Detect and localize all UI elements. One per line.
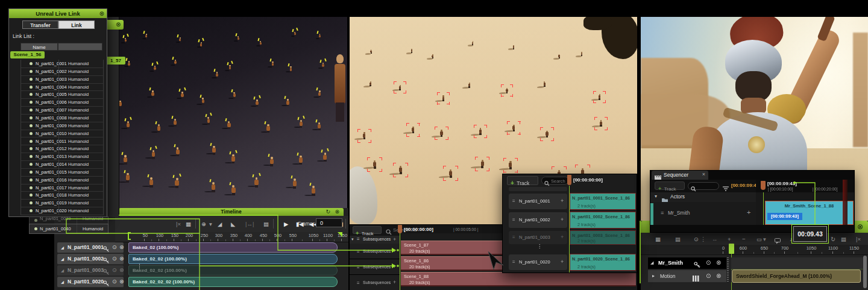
soldier-figure[interactable] [270,157,274,166]
link-list-row[interactable]: N_part01_0017Humanoid [21,184,103,192]
tab-sequencer[interactable]: Sequencer × [652,171,708,180]
link-list-row[interactable]: N_part01_0005Humanoid [21,90,103,99]
soldier-figure[interactable] [233,92,236,99]
caret-down-icon[interactable]: ▾ [351,237,354,242]
expand-icon[interactable]: ◢ [650,260,653,265]
soldier-figure[interactable] [558,54,560,58]
link-list-row[interactable]: N_part01_0016Humanoid [21,176,103,184]
link-key-icon[interactable] [103,244,110,251]
expand-icon[interactable]: ◢ [61,280,64,285]
circle-chevron-icon[interactable]: ⊙ [112,255,117,262]
link-list-row[interactable]: N_part01_0011Humanoid [21,137,103,146]
soldier-figure[interactable] [175,178,178,188]
crowd-track-row[interactable]: ≡N_part01_0020+ [509,254,567,270]
range-end-flag[interactable] [338,232,342,237]
subsequence-row[interactable]: ≡Subsequences+ [350,259,400,275]
mrsmith-lane[interactable] [731,257,864,270]
caret-down-icon[interactable]: ▾ [655,194,657,199]
expand-icon[interactable]: ◢ [61,245,64,250]
circle-close-icon[interactable]: ⊗ [857,222,863,231]
soldier-figure[interactable] [399,166,402,174]
search-box[interactable] [688,182,719,190]
subsequences-root-row[interactable]: ▾≡Subsequences+ [350,236,400,244]
soldier-figure[interactable] [442,95,445,101]
timeline-titlebar[interactable]: Timeline ↻ ⊗ [119,208,344,216]
link-key-icon[interactable] [103,256,110,262]
link-list-row[interactable]: N_part01_0013Humanoid [21,153,103,161]
circle-close-icon[interactable]: ⊗ [119,255,124,262]
expand-icon[interactable]: ▸ [652,273,655,279]
link-list-row[interactable]: N_part01_0007Humanoid [21,106,103,115]
soldier-figure[interactable] [266,124,269,132]
align-left-icon[interactable]: ◢ [218,221,222,227]
viewport-3d-left[interactable] [119,17,347,208]
play-button[interactable]: ▶ [284,221,288,227]
soldier-figure[interactable] [512,125,515,132]
track-row-motion[interactable]: ▸ Motion ⊙ ⊗ [648,270,726,282]
refresh-icon[interactable]: ↻ [326,209,330,215]
soldier-figure-close[interactable] [333,54,347,122]
soldier-figure[interactable] [318,122,321,130]
crowd-clip[interactable]: N_part01_0020_Scene_1_862 track(s) [570,254,636,271]
plus-icon[interactable]: + [393,263,396,270]
align-right-icon[interactable]: ◣ [231,221,235,227]
tracklist-icon[interactable]: ▤ [675,236,681,242]
add-track-button[interactable]: + Track [655,181,685,190]
crowd-track-row[interactable]: ≡N_part01_0002+ [509,212,567,228]
soldier-figure[interactable] [149,177,153,188]
layout-icon[interactable]: ▦ [655,236,661,242]
soldier-figure[interactable] [216,72,218,78]
link-list-row[interactable]: N_part01_0002Humanoid [21,68,103,76]
soldier-figure[interactable] [411,49,413,53]
collapsed-rows-ellipsis[interactable]: ⋮ [137,264,139,275]
clip-lane[interactable]: Mr_Smith_Scene_1_88 [00:00:09:43] [756,192,855,225]
soldier-figure[interactable] [322,63,324,68]
collapsed-rows-ellipsis[interactable]: ⋮ [537,245,539,254]
plus-icon[interactable]: + [561,216,564,222]
soldier-figure[interactable] [154,66,156,72]
link-list-row[interactable]: N_part01_0010Humanoid [21,130,103,138]
zoom-out-icon[interactable]: − [742,236,746,242]
frame-input[interactable] [316,218,342,227]
soldier-figure[interactable] [479,128,482,135]
actor-row[interactable]: ≡ Mr_Smith + [650,202,756,225]
fit-range-icon[interactable]: |↔| [245,221,254,227]
soldier-figure[interactable] [231,185,236,195]
clip-timecode-badge[interactable]: [00:00:09:43] [767,213,802,220]
link-list-row[interactable]: N_part01_0015Humanoid [21,168,103,177]
plus-icon[interactable]: + [393,236,396,242]
tab-transfer[interactable]: Transfer [22,20,58,29]
more-icon[interactable]: ⋮ [700,236,706,242]
subsequence-clip[interactable]: Scene_1_8820 track(s) [401,272,636,286]
link-list-row[interactable]: N_part01_0006Humanoid [21,98,103,107]
circle-close-icon[interactable]: ⊗ [99,10,104,17]
layout-icon[interactable]: ▦ [186,221,191,227]
timeline-clip[interactable]: Baked_02_02 (100.00%) [128,254,338,264]
soldier-figure[interactable] [176,147,180,156]
link-list-row[interactable]: N_part01_0004Humanoid [21,83,103,92]
soldier-figure[interactable] [174,119,177,127]
soldier-figure[interactable] [599,94,601,100]
soldier-figure[interactable] [440,130,442,137]
playhead-block[interactable] [729,244,734,254]
soldier-figure[interactable] [509,161,512,169]
range-start-bracket[interactable] [128,232,131,240]
circle-close-icon[interactable]: ⊗ [119,266,124,273]
zoom-caret-icon[interactable]: ▾ [209,221,212,227]
soldier-figure[interactable] [370,49,372,54]
timeline-clip[interactable]: Baked_02 (100.00%) [128,242,338,253]
visibility-icon[interactable]: ⊙ [694,236,699,242]
soldier-figure[interactable] [174,60,177,65]
playhead-handle[interactable] [398,225,402,233]
soldier-figure[interactable] [181,92,183,98]
motion-clip[interactable]: SwordShield_ForgeAhead_M (100.00%) [732,270,861,283]
tab-link[interactable]: Link [58,20,95,29]
link-list-row[interactable]: N_part01_0001Humanoid [21,60,103,68]
soldier-figure[interactable] [449,169,452,178]
timeline-ruler[interactable]: 0600650700105011001150 [641,245,868,255]
soldier-figure[interactable] [506,88,508,93]
soldier-figure[interactable] [468,83,470,88]
link-key-icon[interactable] [103,279,110,285]
range-icon[interactable]: ▭ [756,236,762,242]
soldier-figure[interactable] [319,34,321,39]
